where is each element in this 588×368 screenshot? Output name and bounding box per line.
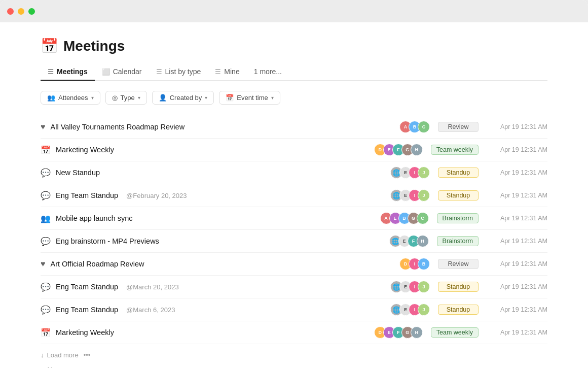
table-row[interactable]: 💬 Eng Team Standup @March 20, 2023 🌐 E I… xyxy=(41,276,547,298)
tab-list-icon: ☰ xyxy=(156,68,162,76)
meeting-time: Apr 19 12:31 AM xyxy=(487,146,547,153)
meetings-title: Meetings xyxy=(63,38,125,54)
meeting-time: Apr 19 12:31 AM xyxy=(487,260,547,267)
meeting-name: Eng brainstorm - MP4 Previews xyxy=(56,237,159,245)
meeting-time: Apr 19 12:31 AM xyxy=(487,169,547,176)
avatar-group: D E F G H xyxy=(374,144,423,156)
meeting-name: All Valley Tournaments Roadmap Review xyxy=(51,123,185,131)
meeting-time: Apr 19 12:31 AM xyxy=(487,215,547,222)
chat-icon: 💬 xyxy=(41,191,51,200)
meeting-name: Eng Team Standup xyxy=(56,191,118,199)
avatar: C xyxy=(417,212,429,224)
filter-bar: 👥 Attendees ▾ ◎ Type ▾ 👤 Created by ▾ 📅 … xyxy=(41,91,547,105)
meeting-left-6: 💬 Eng brainstorm - MP4 Previews xyxy=(41,237,388,246)
meeting-tag: Review xyxy=(438,122,479,132)
avatar-group: D I B xyxy=(389,258,430,270)
tab-calendar-icon: ⬜ xyxy=(102,68,110,76)
meeting-right-3: 🌐 E I J Standup Apr 19 12:31 AM xyxy=(389,166,547,179)
meeting-right-1: A B C Review Apr 19 12:31 AM xyxy=(389,121,547,133)
meeting-tag: Standup xyxy=(438,282,479,292)
meeting-tag: Brainstorm xyxy=(437,213,479,223)
table-row[interactable]: 💬 Eng Team Standup @February 20, 2023 🌐 … xyxy=(41,184,547,207)
chat-icon: 💬 xyxy=(41,305,51,315)
load-more-button[interactable]: ↓ Load more ••• xyxy=(41,344,547,361)
maximize-button[interactable] xyxy=(28,8,35,15)
meeting-right-7: D I B Review Apr 19 12:31 AM xyxy=(389,258,547,270)
tab-list-by-type[interactable]: ☰ List by type xyxy=(149,63,208,81)
avatar-group: 🌐 E I J xyxy=(389,304,430,316)
chevron-down-icon: ▾ xyxy=(205,95,207,101)
meeting-right-4: 🌐 E I J Standup Apr 19 12:31 AM xyxy=(389,189,547,202)
meeting-left-7: ♥ Art Official Roadmap Review xyxy=(41,259,389,269)
attendees-filter[interactable]: 👥 Attendees ▾ xyxy=(41,91,100,105)
meeting-tag: Standup xyxy=(438,305,479,315)
created-by-icon: 👤 xyxy=(159,94,167,102)
chevron-down-icon: ▾ xyxy=(138,95,140,101)
attendees-icon: 👥 xyxy=(47,94,55,102)
meeting-left-2: 📅 Marketing Weekly xyxy=(41,145,374,155)
meeting-left-9: 💬 Eng Team Standup @March 6, 2023 xyxy=(41,305,389,315)
meeting-list: ♥ All Valley Tournaments Roadmap Review … xyxy=(41,116,547,344)
table-row[interactable]: 👥 Mobile app launch sync A E B G C Brain… xyxy=(41,207,547,230)
load-more-icon: ↓ xyxy=(41,351,44,359)
meeting-right-2: D E F G H Team weekly Apr 19 12:31 AM xyxy=(374,144,547,156)
meeting-right-5: A E B G C Brainstorm Apr 19 12:31 AM xyxy=(380,212,547,224)
avatar-group: 🌐 E I J xyxy=(389,281,430,293)
meeting-time: Apr 19 12:31 AM xyxy=(487,283,547,290)
meeting-name: Marketing Weekly xyxy=(56,328,114,337)
table-row[interactable]: 📅 Marketing Weekly D E F G H Team weekly… xyxy=(41,321,547,344)
meeting-left-10: 📅 Marketing Weekly xyxy=(41,328,374,338)
meeting-name: Eng Team Standup xyxy=(56,283,118,291)
meetings-icon: 📅 xyxy=(41,38,58,54)
table-row[interactable]: 💬 Eng brainstorm - MP4 Previews 🌐 E F H … xyxy=(41,230,547,253)
event-time-icon: 📅 xyxy=(226,94,234,102)
meetings-header: 📅 Meetings xyxy=(41,38,547,54)
meeting-tag: Standup xyxy=(438,168,479,178)
table-row[interactable]: ♥ All Valley Tournaments Roadmap Review … xyxy=(41,116,547,139)
avatar-group: 🌐 E I J xyxy=(389,166,430,179)
heart-icon: ♥ xyxy=(41,259,46,269)
meeting-tag: Standup xyxy=(438,190,479,200)
meeting-date: @March 20, 2023 xyxy=(126,283,179,291)
avatar-group: A E B G C xyxy=(380,212,429,224)
titlebar xyxy=(0,0,588,22)
tab-meetings[interactable]: ☰ Meetings xyxy=(41,63,95,81)
tab-more[interactable]: 1 more... xyxy=(247,63,289,81)
meeting-tag: Team weekly xyxy=(431,327,479,338)
tab-mine[interactable]: ☰ Mine xyxy=(208,63,246,81)
app-window: 📅 Meetings ☰ Meetings ⬜ Calendar ☰ List … xyxy=(0,0,588,368)
meeting-right-9: 🌐 E I J Standup Apr 19 12:31 AM xyxy=(389,304,547,316)
meeting-time: Apr 19 12:31 AM xyxy=(487,329,547,336)
table-row[interactable]: ♥ Art Official Roadmap Review D I B Revi… xyxy=(41,253,547,276)
meeting-time: Apr 19 12:31 AM xyxy=(487,123,547,130)
meeting-name: Art Official Roadmap Review xyxy=(51,260,144,268)
meeting-right-6: 🌐 E F H Brainstorm Apr 19 12:31 AM xyxy=(388,235,547,247)
table-row[interactable]: 💬 New Standup 🌐 E I J Standup Apr 19 12:… xyxy=(41,161,547,184)
created-by-filter[interactable]: 👤 Created by ▾ xyxy=(152,91,214,105)
meeting-left-8: 💬 Eng Team Standup @March 20, 2023 xyxy=(41,282,389,292)
close-button[interactable] xyxy=(7,8,14,15)
table-row[interactable]: 📅 Marketing Weekly D E F G H Team weekly… xyxy=(41,139,547,161)
plus-icon: + xyxy=(41,366,45,368)
minimize-button[interactable] xyxy=(18,8,24,15)
meeting-name: Eng Team Standup xyxy=(56,306,118,314)
tab-calendar[interactable]: ⬜ Calendar xyxy=(95,63,149,81)
table-row[interactable]: 💬 Eng Team Standup @March 6, 2023 🌐 E I … xyxy=(41,298,547,321)
meeting-time: Apr 19 12:31 AM xyxy=(487,306,547,313)
avatar: C xyxy=(418,121,430,133)
ellipsis-icon: ••• xyxy=(84,351,91,359)
meeting-left-3: 💬 New Standup xyxy=(41,168,389,178)
meeting-tag: Review xyxy=(438,259,479,269)
meeting-name: New Standup xyxy=(56,169,100,177)
avatar: J xyxy=(418,189,430,202)
meeting-tag: Team weekly xyxy=(431,145,479,155)
type-filter[interactable]: ◎ Type ▾ xyxy=(105,91,147,105)
chevron-down-icon: ▾ xyxy=(271,95,274,101)
avatar: B xyxy=(418,258,430,270)
meeting-time: Apr 19 12:31 AM xyxy=(487,192,547,199)
avatar: H xyxy=(411,326,423,339)
event-time-filter[interactable]: 📅 Event time ▾ xyxy=(219,91,280,105)
chevron-down-icon: ▾ xyxy=(91,95,94,101)
new-meeting-button[interactable]: + New xyxy=(41,361,547,368)
calendar-icon: 📅 xyxy=(41,328,51,338)
